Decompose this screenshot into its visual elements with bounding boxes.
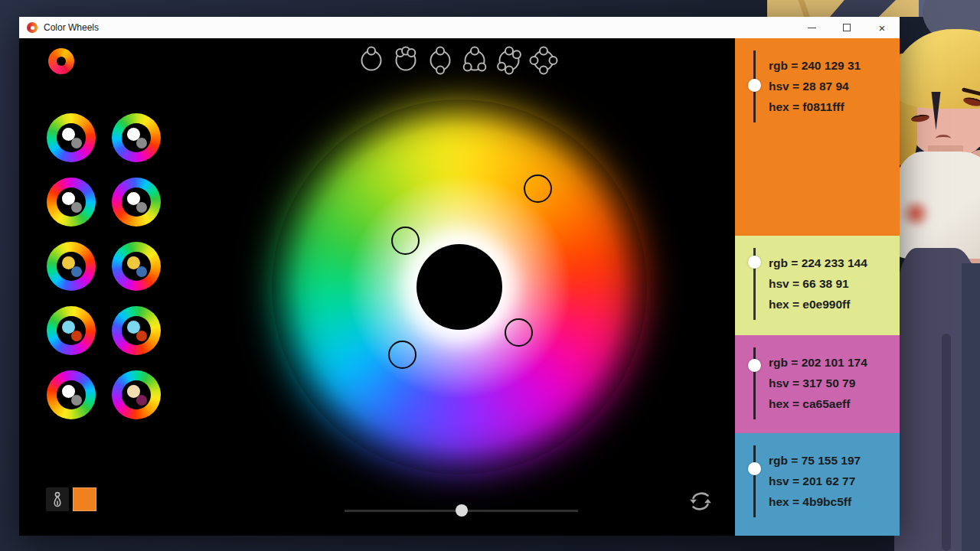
wheel-thumbnail-8[interactable] xyxy=(112,306,161,355)
harmony-mode-triadic[interactable] xyxy=(460,46,489,75)
refresh-sync-icon xyxy=(687,490,714,513)
maximize-icon xyxy=(843,24,851,31)
minimize-button[interactable] xyxy=(794,17,829,38)
swatch-rgb-value: rgb = 224 233 144 xyxy=(769,253,867,273)
swatch-rgb-value: rgb = 75 155 197 xyxy=(769,450,861,471)
refresh-button[interactable] xyxy=(687,490,714,513)
swatch-slider-track[interactable] xyxy=(753,445,756,517)
close-icon: × xyxy=(879,22,886,34)
palette-swatch-2[interactable]: rgb = 224 233 144hsv = 66 38 91hex = e0e… xyxy=(735,236,900,335)
maximize-button[interactable] xyxy=(829,17,864,38)
thumbnail-dot-secondary xyxy=(136,138,147,148)
thumbnail-dot-secondary xyxy=(136,266,147,277)
wheel-thumbnail-10[interactable] xyxy=(112,370,161,419)
wheel-thumbnail-9[interactable] xyxy=(47,370,96,419)
thumbnail-dot-primary xyxy=(127,128,140,141)
wheel-thumbnail-6[interactable] xyxy=(112,242,161,291)
close-button[interactable]: × xyxy=(864,17,900,38)
background-art-back-leg xyxy=(962,263,980,551)
thumbnail-dot-secondary xyxy=(136,331,147,341)
swatch-values: rgb = 240 129 31hsv = 28 87 94hex = f081… xyxy=(769,55,861,117)
wheel-thumbnail-3[interactable] xyxy=(47,178,96,227)
wheel-thumbnail-1[interactable] xyxy=(47,113,96,162)
wheel-selector-2[interactable] xyxy=(391,227,420,255)
swatch-hsv-value: hsv = 66 38 91 xyxy=(769,273,867,294)
background-art-leg-shadow xyxy=(942,334,951,551)
swatch-slider-handle[interactable] xyxy=(748,79,761,92)
palette-swatch-1[interactable]: rgb = 240 129 31hsv = 28 87 94hex = f081… xyxy=(735,38,900,236)
eyedropper-icon xyxy=(51,491,64,508)
wheel-selector-4[interactable] xyxy=(388,341,416,369)
swatch-slider-handle[interactable] xyxy=(748,462,761,475)
swatch-values: rgb = 202 101 174hsv = 317 50 79hex = ca… xyxy=(769,352,867,414)
thumbnail-dot-secondary xyxy=(71,138,82,148)
app-content: rgb = 240 129 31hsv = 28 87 94hex = f081… xyxy=(19,38,900,536)
harmony-mode-analogous[interactable] xyxy=(391,46,420,75)
thumbnail-dot-secondary xyxy=(71,331,82,341)
brightness-slider-handle[interactable] xyxy=(456,504,468,517)
thumbnail-dot-primary xyxy=(127,385,140,398)
swatch-slider-handle[interactable] xyxy=(748,359,761,372)
swatch-hsv-value: hsv = 317 50 79 xyxy=(769,373,867,393)
wheel-thumbnail-7[interactable] xyxy=(47,306,96,355)
thumbnail-dot-primary xyxy=(62,128,75,141)
titlebar[interactable]: Color Wheels × xyxy=(19,17,900,38)
swatch-rgb-value: rgb = 202 101 174 xyxy=(769,352,867,373)
wheel-selector-1[interactable] xyxy=(524,174,552,203)
harmony-mode-tetradic[interactable] xyxy=(495,46,524,75)
wheel-thumbnail-2[interactable] xyxy=(112,113,161,162)
swatch-hsv-value: hsv = 28 87 94 xyxy=(769,76,861,96)
swatch-hex-value: hex = f0811fff xyxy=(769,96,861,117)
minimize-icon xyxy=(808,28,816,28)
thumbnail-dot-primary xyxy=(127,256,140,269)
window-title: Color Wheels xyxy=(44,22,99,33)
swatch-hsv-value: hsv = 201 62 77 xyxy=(769,471,861,491)
color-wheels-window: Color Wheels × xyxy=(19,17,900,536)
swatch-slider-handle[interactable] xyxy=(748,256,761,269)
color-wheel[interactable] xyxy=(279,107,639,467)
background-art-mouth xyxy=(936,135,951,142)
harmony-row xyxy=(357,46,558,75)
swatch-values: rgb = 75 155 197hsv = 201 62 77hex = 4b9… xyxy=(769,450,861,512)
thumbnail-dot-primary xyxy=(127,321,140,334)
wheel-thumbnail-5[interactable] xyxy=(47,242,96,291)
thumbnail-dot-secondary xyxy=(71,202,82,213)
harmony-mode-complementary[interactable] xyxy=(426,46,455,75)
swatch-values: rgb = 224 233 144hsv = 66 38 91hex = e0e… xyxy=(769,253,867,315)
desktop: { "window": { "title": "Color Wheels", "… xyxy=(0,0,980,551)
swatch-hex-value: hex = ca65aeff xyxy=(769,393,867,414)
thumbnail-dot-secondary xyxy=(71,266,82,277)
thumbnail-dot-primary xyxy=(62,256,75,269)
palette-panel: rgb = 240 129 31hsv = 28 87 94hex = f081… xyxy=(735,38,900,536)
palette-swatch-4[interactable]: rgb = 75 155 197hsv = 201 62 77hex = 4b9… xyxy=(735,433,900,536)
palette-swatch-3[interactable]: rgb = 202 101 174hsv = 317 50 79hex = ca… xyxy=(735,335,900,433)
palette-thumbnail-grid xyxy=(47,113,161,419)
swatch-rgb-value: rgb = 240 129 31 xyxy=(769,55,861,76)
app-icon xyxy=(27,22,38,33)
thumbnail-dot-secondary xyxy=(136,395,147,406)
thumbnail-dot-primary xyxy=(62,321,75,334)
app-logo-donut xyxy=(48,48,74,74)
color-wheel-center-dot xyxy=(416,244,502,330)
thumbnail-dot-secondary xyxy=(136,202,147,213)
thumbnail-dot-primary xyxy=(127,192,140,205)
eyedropper-button[interactable] xyxy=(46,487,69,511)
background-art-blush xyxy=(899,201,933,227)
wheel-thumbnail-4[interactable] xyxy=(112,178,161,227)
thumbnail-dot-primary xyxy=(62,192,75,205)
thumbnail-dot-secondary xyxy=(71,395,82,406)
harmony-mode-square[interactable] xyxy=(529,46,558,75)
swatch-hex-value: hex = 4b9bc5ff xyxy=(769,491,861,512)
wheel-selector-3[interactable] xyxy=(505,318,533,347)
harmony-mode-monochromatic[interactable] xyxy=(357,46,386,75)
current-color-swatch[interactable] xyxy=(73,487,96,511)
swatch-hex-value: hex = e0e990ff xyxy=(769,294,867,315)
brightness-slider[interactable] xyxy=(345,504,578,517)
thumbnail-dot-primary xyxy=(62,385,75,398)
